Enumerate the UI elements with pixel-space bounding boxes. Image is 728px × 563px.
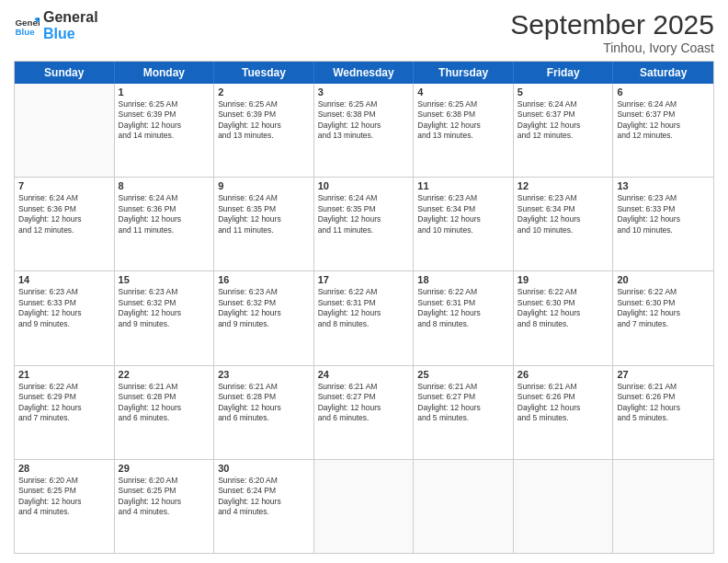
day-number: 29	[119, 463, 210, 474]
weekday-header-sunday: Sunday	[15, 62, 115, 84]
day-info: Sunrise: 6:22 AM Sunset: 6:31 PM Dayligh…	[417, 287, 509, 329]
logo-icon: General Blue	[14, 13, 40, 39]
calendar-header: SundayMondayTuesdayWednesdayThursdayFrid…	[15, 62, 713, 84]
day-number: 14	[18, 274, 110, 285]
weekday-header-saturday: Saturday	[613, 62, 713, 84]
calendar-row-3: 14Sunrise: 6:23 AM Sunset: 6:33 PM Dayli…	[15, 270, 713, 364]
day-number: 17	[318, 274, 410, 285]
day-cell-30: 30Sunrise: 6:20 AM Sunset: 6:24 PM Dayli…	[214, 460, 314, 553]
day-info: Sunrise: 6:25 AM Sunset: 6:39 PM Dayligh…	[218, 99, 310, 142]
weekday-header-thursday: Thursday	[414, 62, 514, 84]
day-cell-8: 8Sunrise: 6:24 AM Sunset: 6:36 PM Daylig…	[115, 178, 215, 270]
day-cell-16: 16Sunrise: 6:23 AM Sunset: 6:32 PM Dayli…	[214, 271, 314, 364]
day-info: Sunrise: 6:23 AM Sunset: 6:34 PM Dayligh…	[518, 193, 609, 236]
day-cell-27: 27Sunrise: 6:21 AM Sunset: 6:26 PM Dayli…	[613, 366, 713, 459]
day-cell-14: 14Sunrise: 6:23 AM Sunset: 6:33 PM Dayli…	[15, 271, 115, 364]
day-info: Sunrise: 6:23 AM Sunset: 6:32 PM Dayligh…	[119, 287, 210, 329]
day-info: Sunrise: 6:24 AM Sunset: 6:37 PM Dayligh…	[518, 99, 609, 142]
day-number: 3	[318, 86, 410, 98]
day-cell-6: 6Sunrise: 6:24 AM Sunset: 6:37 PM Daylig…	[613, 84, 713, 177]
day-cell-29: 29Sunrise: 6:20 AM Sunset: 6:25 PM Dayli…	[115, 460, 215, 553]
calendar-row-4: 21Sunrise: 6:22 AM Sunset: 6:29 PM Dayli…	[15, 365, 713, 459]
day-cell-12: 12Sunrise: 6:23 AM Sunset: 6:34 PM Dayli…	[514, 178, 614, 270]
empty-cell	[314, 460, 415, 553]
day-number: 5	[518, 86, 609, 98]
day-number: 28	[18, 463, 110, 474]
day-cell-2: 2Sunrise: 6:25 AM Sunset: 6:39 PM Daylig…	[214, 84, 314, 177]
day-info: Sunrise: 6:21 AM Sunset: 6:28 PM Dayligh…	[218, 382, 310, 424]
empty-cell	[613, 460, 713, 553]
day-number: 9	[218, 180, 310, 191]
day-cell-20: 20Sunrise: 6:22 AM Sunset: 6:30 PM Dayli…	[613, 271, 713, 364]
day-info: Sunrise: 6:21 AM Sunset: 6:26 PM Dayligh…	[617, 382, 710, 424]
day-info: Sunrise: 6:22 AM Sunset: 6:30 PM Dayligh…	[617, 287, 710, 329]
day-number: 18	[417, 274, 509, 285]
day-cell-5: 5Sunrise: 6:24 AM Sunset: 6:37 PM Daylig…	[514, 84, 614, 177]
calendar-row-5: 28Sunrise: 6:20 AM Sunset: 6:25 PM Dayli…	[15, 459, 713, 553]
day-number: 7	[18, 180, 110, 191]
day-number: 30	[218, 463, 310, 474]
calendar: SundayMondayTuesdayWednesdayThursdayFrid…	[14, 61, 714, 554]
day-info: Sunrise: 6:24 AM Sunset: 6:36 PM Dayligh…	[119, 193, 210, 236]
day-number: 15	[119, 274, 210, 285]
day-number: 26	[518, 369, 609, 380]
day-info: Sunrise: 6:23 AM Sunset: 6:34 PM Dayligh…	[417, 193, 509, 236]
day-number: 12	[518, 180, 609, 191]
day-cell-18: 18Sunrise: 6:22 AM Sunset: 6:31 PM Dayli…	[414, 271, 514, 364]
svg-text:Blue: Blue	[15, 26, 35, 36]
day-number: 20	[617, 274, 710, 285]
month-title: September 2025	[510, 9, 714, 40]
day-info: Sunrise: 6:24 AM Sunset: 6:36 PM Dayligh…	[18, 193, 110, 236]
day-info: Sunrise: 6:22 AM Sunset: 6:30 PM Dayligh…	[518, 287, 609, 329]
day-cell-23: 23Sunrise: 6:21 AM Sunset: 6:28 PM Dayli…	[214, 366, 314, 459]
day-number: 1	[119, 86, 210, 98]
day-cell-13: 13Sunrise: 6:23 AM Sunset: 6:33 PM Dayli…	[613, 178, 713, 270]
day-info: Sunrise: 6:22 AM Sunset: 6:31 PM Dayligh…	[318, 287, 410, 329]
day-info: Sunrise: 6:20 AM Sunset: 6:24 PM Dayligh…	[218, 476, 310, 518]
weekday-header-monday: Monday	[115, 62, 215, 84]
day-cell-24: 24Sunrise: 6:21 AM Sunset: 6:27 PM Dayli…	[314, 366, 415, 459]
day-cell-9: 9Sunrise: 6:24 AM Sunset: 6:35 PM Daylig…	[214, 178, 314, 270]
day-info: Sunrise: 6:23 AM Sunset: 6:33 PM Dayligh…	[617, 193, 710, 236]
weekday-header-tuesday: Tuesday	[214, 62, 314, 84]
day-cell-3: 3Sunrise: 6:25 AM Sunset: 6:38 PM Daylig…	[314, 84, 415, 177]
day-number: 25	[417, 369, 509, 380]
day-number: 8	[119, 180, 210, 191]
day-cell-17: 17Sunrise: 6:22 AM Sunset: 6:31 PM Dayli…	[314, 271, 415, 364]
day-number: 23	[218, 369, 310, 380]
day-info: Sunrise: 6:21 AM Sunset: 6:26 PM Dayligh…	[518, 382, 609, 424]
day-cell-21: 21Sunrise: 6:22 AM Sunset: 6:29 PM Dayli…	[15, 366, 115, 459]
weekday-header-friday: Friday	[514, 62, 614, 84]
day-info: Sunrise: 6:21 AM Sunset: 6:28 PM Dayligh…	[119, 382, 210, 424]
day-cell-7: 7Sunrise: 6:24 AM Sunset: 6:36 PM Daylig…	[15, 178, 115, 270]
day-cell-1: 1Sunrise: 6:25 AM Sunset: 6:39 PM Daylig…	[115, 84, 215, 177]
day-info: Sunrise: 6:24 AM Sunset: 6:35 PM Dayligh…	[218, 193, 310, 236]
day-number: 16	[218, 274, 310, 285]
day-number: 19	[518, 274, 609, 285]
day-number: 11	[417, 180, 509, 191]
calendar-body: 1Sunrise: 6:25 AM Sunset: 6:39 PM Daylig…	[15, 84, 713, 553]
calendar-row-2: 7Sunrise: 6:24 AM Sunset: 6:36 PM Daylig…	[15, 177, 713, 270]
day-info: Sunrise: 6:23 AM Sunset: 6:33 PM Dayligh…	[18, 287, 110, 329]
day-info: Sunrise: 6:20 AM Sunset: 6:25 PM Dayligh…	[119, 476, 210, 518]
day-cell-19: 19Sunrise: 6:22 AM Sunset: 6:30 PM Dayli…	[514, 271, 614, 364]
day-number: 21	[18, 369, 110, 380]
day-info: Sunrise: 6:22 AM Sunset: 6:29 PM Dayligh…	[18, 382, 110, 424]
day-info: Sunrise: 6:24 AM Sunset: 6:35 PM Dayligh…	[318, 193, 410, 236]
day-info: Sunrise: 6:25 AM Sunset: 6:39 PM Dayligh…	[119, 99, 210, 142]
day-number: 24	[318, 369, 410, 380]
empty-cell	[414, 460, 514, 553]
day-number: 2	[218, 86, 310, 98]
day-info: Sunrise: 6:21 AM Sunset: 6:27 PM Dayligh…	[318, 382, 410, 424]
empty-cell	[15, 84, 115, 177]
day-cell-4: 4Sunrise: 6:25 AM Sunset: 6:38 PM Daylig…	[414, 84, 514, 177]
day-cell-15: 15Sunrise: 6:23 AM Sunset: 6:32 PM Dayli…	[115, 271, 215, 364]
logo-text: General Blue	[43, 9, 98, 41]
day-cell-11: 11Sunrise: 6:23 AM Sunset: 6:34 PM Dayli…	[414, 178, 514, 270]
day-cell-25: 25Sunrise: 6:21 AM Sunset: 6:27 PM Dayli…	[414, 366, 514, 459]
day-number: 6	[617, 86, 710, 98]
day-number: 27	[617, 369, 710, 380]
calendar-row-1: 1Sunrise: 6:25 AM Sunset: 6:39 PM Daylig…	[15, 84, 713, 177]
day-cell-22: 22Sunrise: 6:21 AM Sunset: 6:28 PM Dayli…	[115, 366, 215, 459]
day-info: Sunrise: 6:25 AM Sunset: 6:38 PM Dayligh…	[417, 99, 509, 142]
